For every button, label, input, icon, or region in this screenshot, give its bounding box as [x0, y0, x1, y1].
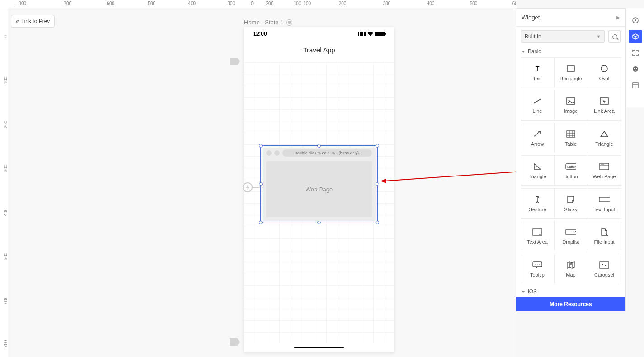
widget-line[interactable]: Line — [521, 90, 555, 121]
rectangle-icon — [565, 64, 576, 73]
gear-icon[interactable] — [286, 19, 292, 26]
svg-rect-8 — [567, 131, 575, 137]
widget-triangle[interactable]: Triangle — [588, 123, 621, 153]
svg-line-3 — [534, 99, 541, 103]
svg-rect-28 — [600, 262, 609, 268]
svg-point-29 — [602, 263, 602, 264]
svg-point-31 — [635, 19, 636, 21]
section-ios-header[interactable]: iOS — [516, 287, 625, 297]
widget-label: Table — [565, 141, 577, 147]
widget-arrow[interactable]: Arrow — [521, 123, 555, 153]
svg-rect-1 — [567, 66, 574, 71]
webpage-url-hint[interactable]: Double click to edit URL (https only). — [282, 149, 372, 157]
battery-icon — [375, 32, 385, 36]
widget-library-select[interactable]: Built-in ▼ — [521, 30, 605, 43]
widget-table[interactable]: Table — [554, 123, 588, 153]
resize-handle[interactable] — [259, 182, 263, 186]
signal-icon — [358, 32, 366, 36]
triangle-right-icon — [532, 162, 543, 171]
widget-label: Tooltip — [530, 272, 545, 278]
section-basic-header[interactable]: Basic — [516, 46, 625, 57]
rail-fullscreen-button[interactable] — [629, 46, 642, 60]
svg-line-7 — [534, 132, 540, 136]
widget-rectangle[interactable]: Rectangle — [554, 57, 588, 88]
widget-label: Gesture — [528, 207, 546, 212]
oval-icon — [599, 64, 610, 73]
svg-point-17 — [601, 164, 602, 165]
widget-triangle-right[interactable]: Triangle — [521, 155, 555, 186]
widget-label: Text Input — [593, 207, 615, 212]
widget-text-area[interactable]: Text Area — [521, 221, 555, 251]
widget-text-input[interactable]: Text Input — [588, 188, 621, 219]
resize-handle[interactable] — [376, 221, 379, 224]
resize-handle[interactable] — [317, 144, 321, 148]
selected-webpage-widget[interactable]: Double click to edit URL (https only). W… — [260, 145, 378, 223]
more-resources-button[interactable]: More Resources — [516, 297, 625, 311]
resize-handle[interactable] — [259, 221, 263, 224]
widget-button[interactable]: ButtonButton — [554, 155, 588, 186]
artboard-title[interactable]: Home - State 1 — [244, 19, 292, 26]
rail-target-button[interactable] — [629, 14, 642, 27]
resize-handle[interactable] — [376, 182, 379, 186]
svg-point-34 — [636, 68, 637, 69]
design-canvas[interactable]: -800 -700 -600 -500 -400 -300 -200 -100 … — [0, 0, 516, 357]
resize-handle[interactable] — [317, 221, 321, 224]
widget-oval[interactable]: Oval — [588, 57, 621, 88]
ruler-corner — [0, 0, 8, 8]
svg-point-18 — [602, 164, 603, 165]
svg-point-24 — [535, 264, 536, 264]
link-to-prev-label: Link to Prev — [21, 18, 50, 24]
widget-label: Droplist — [562, 239, 579, 245]
text-area-icon — [532, 227, 543, 236]
widget-panel-header[interactable]: Widget ▶ — [516, 9, 625, 27]
widget-file-input[interactable]: File Input — [588, 221, 621, 251]
webpage-placeholder-label: Web Page — [266, 161, 372, 217]
widget-label: Triangle — [595, 141, 613, 147]
mobile-status-bar: 12:00 — [244, 27, 394, 41]
link-to-prev-button[interactable]: ⊘ Link to Prev — [11, 15, 55, 28]
rail-layout-button[interactable] — [629, 79, 642, 92]
svg-text:Button: Button — [567, 165, 576, 168]
widget-label: Oval — [599, 76, 610, 81]
mobile-app-title: Travel App — [244, 41, 394, 59]
widget-label: Carousel — [594, 272, 614, 278]
page-flag-bottom[interactable] — [230, 338, 240, 346]
interaction-handle[interactable] — [243, 182, 253, 192]
widget-map[interactable]: Map — [554, 254, 588, 284]
svg-point-33 — [634, 68, 635, 69]
widget-image[interactable]: Image — [554, 90, 588, 121]
rail-emoji-button[interactable] — [629, 62, 642, 76]
widget-tooltip[interactable]: Tooltip — [521, 254, 555, 284]
link-area-icon — [599, 97, 610, 106]
rail-components-button[interactable] — [629, 30, 642, 43]
svg-point-5 — [569, 100, 570, 101]
widget-link-area[interactable]: Link Area — [588, 90, 621, 121]
widget-carousel[interactable]: Carousel — [588, 254, 621, 284]
resize-handle[interactable] — [376, 144, 379, 148]
webpage-widget-body[interactable]: Double click to edit URL (https only). W… — [263, 148, 376, 221]
widget-text[interactable]: TText — [521, 57, 555, 88]
collapse-icon[interactable]: ▶ — [616, 15, 620, 20]
svg-point-25 — [537, 264, 538, 264]
widget-label: Text Area — [527, 239, 548, 245]
page-flag-top[interactable] — [230, 58, 240, 65]
widget-droplist[interactable]: Droplist — [554, 221, 588, 251]
widget-sticky[interactable]: Sticky — [554, 188, 588, 219]
widget-label: Web Page — [592, 174, 616, 179]
widget-label: File Input — [594, 239, 614, 245]
sticky-icon — [565, 195, 576, 204]
widget-label: Arrow — [531, 141, 544, 147]
ruler-vertical: 0 100 200 300 400 500 600 700 — [0, 8, 8, 357]
widget-gesture[interactable]: Gesture — [521, 188, 555, 219]
gesture-icon — [532, 195, 543, 204]
browser-dot-icon — [266, 150, 272, 156]
chevron-down-icon — [522, 51, 525, 53]
annotation-arrow-head — [381, 179, 386, 183]
resize-handle[interactable] — [259, 144, 263, 148]
widget-search-button[interactable] — [608, 30, 621, 43]
widget-label: Image — [564, 108, 578, 114]
widget-label: Button — [564, 174, 578, 179]
right-icon-rail — [626, 8, 644, 107]
svg-rect-20 — [599, 197, 610, 202]
widget-web-page[interactable]: Web Page — [588, 155, 621, 186]
